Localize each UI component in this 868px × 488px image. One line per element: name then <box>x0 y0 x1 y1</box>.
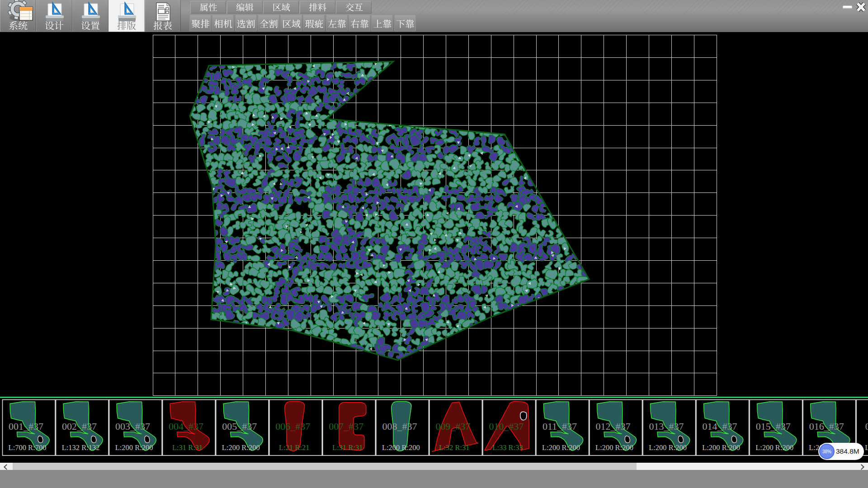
svg-text:004_#37: 004_#37 <box>169 421 203 432</box>
svg-text:L:200 R:200: L:200 R:200 <box>865 443 868 452</box>
svg-text:L:132 R:132: L:132 R:132 <box>62 443 100 452</box>
svg-text:L:200 R:200: L:200 R:200 <box>755 443 793 452</box>
svg-text:L:200 R:200: L:200 R:200 <box>542 443 580 452</box>
svg-text:011_#37: 011_#37 <box>542 421 577 432</box>
svg-text:L:200 R:200: L:200 R:200 <box>649 443 687 452</box>
svg-text:010_#37: 010_#37 <box>489 421 524 432</box>
svg-text:001_#37: 001_#37 <box>9 421 43 432</box>
svg-text:L:33 R:33: L:33 R:33 <box>492 443 523 452</box>
svg-text:L:200 R:200: L:200 R:200 <box>115 443 153 452</box>
svg-text:003_#37: 003_#37 <box>115 421 150 432</box>
svg-text:009_#37: 009_#37 <box>435 421 470 432</box>
svg-text:L:21 R:21: L:21 R:21 <box>279 443 309 452</box>
svg-text:017_#37: 017_#37 <box>865 421 868 432</box>
svg-text:002_#37: 002_#37 <box>62 421 97 432</box>
svg-text:L:32 R:31: L:32 R:31 <box>439 443 469 452</box>
svg-text:L:31 R:31: L:31 R:31 <box>332 443 363 452</box>
svg-text:016_#37: 016_#37 <box>809 421 844 432</box>
svg-text:015_#37: 015_#37 <box>756 421 791 432</box>
svg-text:007_#37: 007_#37 <box>329 421 363 432</box>
svg-text:008_#37: 008_#37 <box>382 421 417 432</box>
svg-text:012_#37: 012_#37 <box>596 421 631 432</box>
svg-text:L:200 R:200: L:200 R:200 <box>382 443 420 452</box>
svg-text:L:200 R:200: L:200 R:200 <box>702 443 740 452</box>
svg-text:L:31 R:31: L:31 R:31 <box>172 443 203 452</box>
svg-text:L:200 R:200: L:200 R:200 <box>222 443 260 452</box>
svg-text:006_#37: 006_#37 <box>275 421 310 432</box>
svg-text:L:700 R:700: L:700 R:700 <box>9 443 47 452</box>
svg-text:014_#37: 014_#37 <box>703 421 737 432</box>
svg-text:L:200 R:200: L:200 R:200 <box>595 443 633 452</box>
svg-text:005_#37: 005_#37 <box>222 421 257 432</box>
svg-text:013_#37: 013_#37 <box>649 421 684 432</box>
